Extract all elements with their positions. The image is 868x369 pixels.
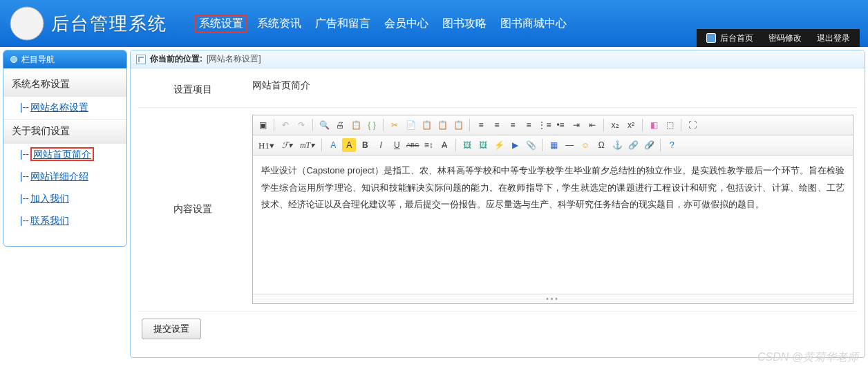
list-ol-icon[interactable]: ⋮≡	[538, 118, 551, 132]
copy-icon[interactable]: 📄	[404, 118, 417, 132]
flash-icon[interactable]: ⚡	[492, 138, 506, 152]
redo-icon: ↷	[294, 118, 308, 132]
system-title: 后台管理系统	[51, 12, 167, 36]
strikethrough-icon[interactable]: ABC	[406, 138, 419, 152]
home-link[interactable]: 后台首页	[706, 32, 753, 44]
logo-icon	[10, 6, 44, 41]
toolbar-separator	[274, 119, 274, 131]
template-icon[interactable]: 📋	[349, 118, 363, 132]
italic-icon[interactable]: I	[374, 138, 388, 152]
sidebar-item[interactable]: |--网站首页简介	[3, 144, 126, 166]
hr-icon[interactable]: —	[563, 138, 576, 152]
underline-icon[interactable]: U	[390, 138, 404, 152]
editor-content[interactable]: 毕业设计（Capstone project）是指工、农、林科高等学校和中等专业学…	[253, 155, 853, 294]
indent-icon[interactable]: ⇥	[569, 118, 583, 132]
font-size-select[interactable]: тT▾	[297, 138, 317, 152]
top-nav-item[interactable]: 广告和留言	[311, 15, 375, 33]
sidebar-group[interactable]: 系统名称设置	[3, 73, 126, 97]
sidebar-heading: 栏目导航	[3, 50, 126, 68]
editor-resize-handle[interactable]: •••	[253, 294, 853, 303]
top-nav-item[interactable]: 图书商城中心	[496, 15, 571, 33]
about-icon[interactable]: ?	[665, 138, 679, 152]
top-nav-item[interactable]: 会员中心	[380, 15, 433, 33]
sidebar-item[interactable]: |--网站名称设置	[3, 97, 126, 119]
toolbar-separator	[383, 119, 384, 131]
top-nav-item[interactable]: 系统设置	[195, 15, 247, 33]
toolbar-separator	[681, 119, 681, 131]
toolbar-separator	[469, 119, 470, 131]
link-icon[interactable]: 🔗	[626, 138, 640, 152]
toolbar-separator	[542, 139, 542, 151]
paste-word-icon[interactable]: 📋	[451, 118, 465, 132]
outdent-icon[interactable]: ⇤	[585, 118, 599, 132]
editor-toolbar-row-2: H1▾ℱ▾тT▾AABIUABC≡↕A̶🖼🖼⚡▶📎▦—☺Ω⚓🔗🔗̸?	[253, 135, 853, 155]
image-icon[interactable]: 🖼	[460, 138, 474, 152]
page-icon	[136, 55, 146, 64]
sidebar-item-label: 联系我们	[30, 215, 69, 226]
field-label-content: 内容设置	[138, 108, 248, 311]
special-char-icon[interactable]: Ω	[594, 138, 608, 152]
align-center-icon[interactable]: ≡	[490, 118, 504, 132]
sidebar-item-label: 网站详细介绍	[30, 171, 88, 182]
select-all-icon[interactable]: ⬚	[663, 118, 677, 132]
rich-text-editor: ▣↶↷🔍🖨📋{ }✂📄📋📋📋≡≡≡≡⋮≡•≡⇥⇤x₂x²◧⬚⛶ H1▾ℱ▾тT▾…	[252, 115, 853, 304]
list-ul-icon[interactable]: •≡	[554, 118, 567, 132]
toolbar-separator	[642, 119, 643, 131]
eraser-icon[interactable]: ◧	[647, 118, 661, 132]
sidebar-group[interactable]: 关于我们设置	[3, 119, 126, 144]
breadcrumb: 你当前的位置: [网站名称设置]	[131, 50, 865, 68]
toolbar-separator	[312, 119, 313, 131]
superscript-icon[interactable]: x²	[624, 118, 638, 132]
top-nav-item[interactable]: 图书攻略	[438, 15, 491, 33]
align-left-icon[interactable]: ≡	[474, 118, 488, 132]
main-panel: 你当前的位置: [网站名称设置] 设置项目 网站首页简介 内容设置 ▣↶↷🔍🖨📋…	[130, 50, 865, 358]
toolbar-separator	[455, 139, 456, 151]
align-justify-icon[interactable]: ≡	[522, 118, 536, 132]
toolbar-separator	[603, 119, 604, 131]
font-color-icon[interactable]: A	[326, 138, 340, 152]
paste-icon[interactable]: 📋	[419, 118, 433, 132]
bold-icon[interactable]: B	[358, 138, 372, 152]
font-family-select[interactable]: ℱ▾	[279, 138, 295, 152]
cut-icon[interactable]: ✂	[388, 118, 402, 132]
top-nav: 系统设置系统资讯广告和留言会员中心图书攻略图书商城中心	[195, 15, 571, 33]
change-password-link[interactable]: 密码修改	[768, 32, 802, 44]
emoji-icon[interactable]: ☺	[578, 138, 592, 152]
remove-format-icon[interactable]: A̶	[437, 138, 451, 152]
line-height-icon[interactable]: ≡↕	[422, 138, 435, 152]
top-nav-item[interactable]: 系统资讯	[253, 15, 305, 33]
sidebar-item-label: 网站首页简介	[30, 147, 94, 161]
submit-button[interactable]: 提交设置	[142, 319, 201, 339]
preview-icon[interactable]: 🔍	[317, 118, 331, 132]
toolbar-separator	[321, 139, 322, 151]
editor-toolbar-row-1: ▣↶↷🔍🖨📋{ }✂📄📋📋📋≡≡≡≡⋮≡•≡⇥⇤x₂x²◧⬚⛶	[253, 115, 853, 135]
table-icon[interactable]: ▦	[547, 138, 560, 152]
multi-image-icon[interactable]: 🖼	[476, 138, 490, 152]
align-right-icon[interactable]: ≡	[506, 118, 520, 132]
media-icon[interactable]: ▶	[508, 138, 522, 152]
user-bar: 后台首页 密码修改 退出登录	[697, 29, 860, 47]
sidebar-item[interactable]: |--网站详细介绍	[3, 166, 126, 188]
dot-icon	[10, 56, 17, 63]
code-icon[interactable]: { }	[365, 118, 379, 132]
anchor-icon[interactable]: ⚓	[610, 138, 624, 152]
undo-icon: ↶	[279, 118, 292, 132]
highlight-icon[interactable]: A	[342, 138, 356, 152]
sidebar-item[interactable]: |--加入我们	[3, 188, 126, 210]
toolbar-separator	[660, 139, 661, 151]
sidebar-item-label: 加入我们	[30, 193, 69, 204]
fullscreen-icon[interactable]: ⛶	[686, 118, 699, 132]
header: 后台管理系统 系统设置系统资讯广告和留言会员中心图书攻略图书商城中心 后台首页 …	[0, 0, 868, 47]
subscript-icon[interactable]: x₂	[608, 118, 622, 132]
unlink-icon[interactable]: 🔗̸	[642, 138, 656, 152]
print-icon[interactable]: 🖨	[333, 118, 347, 132]
heading-select[interactable]: H1▾	[256, 138, 277, 152]
field-value-project: 网站首页简介	[248, 73, 858, 107]
file-icon[interactable]: 📎	[524, 138, 538, 152]
paste-text-icon[interactable]: 📋	[435, 118, 449, 132]
sidebar-item[interactable]: |--联系我们	[3, 210, 126, 232]
logout-link[interactable]: 退出登录	[817, 32, 850, 44]
sidebar-item-label: 网站名称设置	[30, 102, 88, 113]
source-icon[interactable]: ▣	[256, 118, 270, 132]
svg-point-0	[10, 7, 44, 40]
